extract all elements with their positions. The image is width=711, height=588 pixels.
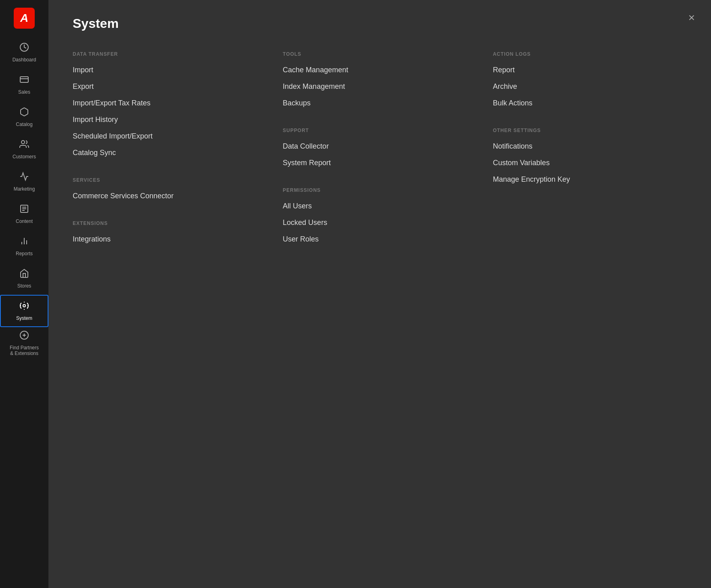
section-heading-data-transfer: DATA TRANSFER [73,51,266,57]
catalog-icon [19,107,29,119]
link-cache-management[interactable]: Cache Management [283,66,476,74]
column-1: DATA TRANSFER Import Export Import/Expor… [73,51,266,264]
link-notifications[interactable]: Notifications [493,142,687,151]
svg-point-11 [23,304,25,307]
sidebar-item-find-partners-label: Find Partners & Extensions [10,345,39,357]
page-title: System [73,16,687,31]
sidebar-item-stores-label: Stores [17,283,31,289]
stores-icon [19,269,29,281]
link-user-roles[interactable]: User Roles [283,235,476,244]
section-services: SERVICES Commerce Services Connector [73,177,266,200]
sales-icon [19,75,29,87]
section-action-logs: ACTION LOGS Report Archive Bulk Actions [493,51,687,107]
link-data-collector[interactable]: Data Collector [283,142,476,151]
section-extensions: EXTENSIONS Integrations [73,220,266,244]
svg-rect-1 [20,77,28,82]
sidebar-item-catalog-label: Catalog [16,122,32,127]
section-support: SUPPORT Data Collector System Report [283,128,476,167]
link-catalog-sync[interactable]: Catalog Sync [73,149,266,157]
sidebar-item-customers-label: Customers [13,154,36,160]
sidebar: A Dashboard Sales Catalog [0,0,48,588]
logo-letter: A [20,12,28,25]
link-import-history[interactable]: Import History [73,116,266,124]
sidebar-item-system-label: System [16,315,32,321]
sidebar-item-system[interactable]: System [0,295,48,327]
sidebar-item-content-label: Content [16,218,33,224]
section-heading-services: SERVICES [73,177,266,183]
sidebar-logo: A [0,0,48,36]
section-other-settings: OTHER SETTINGS Notifications Custom Vari… [493,128,687,184]
link-backups[interactable]: Backups [283,99,476,107]
sidebar-item-sales[interactable]: Sales [0,69,48,101]
sidebar-item-reports-label: Reports [16,251,33,256]
section-heading-action-logs: ACTION LOGS [493,51,687,57]
sidebar-item-find-partners[interactable]: Find Partners & Extensions [0,327,48,359]
section-tools: TOOLS Cache Management Index Management … [283,51,476,107]
link-integrations[interactable]: Integrations [73,235,266,244]
sidebar-item-sales-label: Sales [18,89,30,95]
link-all-users[interactable]: All Users [283,202,476,210]
link-import[interactable]: Import [73,66,266,74]
section-heading-other-settings: OTHER SETTINGS [493,128,687,133]
sidebar-item-reports[interactable]: Reports [0,230,48,262]
section-data-transfer: DATA TRANSFER Import Export Import/Expor… [73,51,266,157]
sidebar-item-dashboard[interactable]: Dashboard [0,36,48,69]
link-commerce-services-connector[interactable]: Commerce Services Connector [73,192,266,200]
column-3: ACTION LOGS Report Archive Bulk Actions … [493,51,687,264]
main-content: System × DATA TRANSFER Import Export Imp… [48,0,711,588]
close-button[interactable]: × [688,12,695,23]
marketing-icon [19,172,29,184]
customers-icon [19,139,29,151]
find-partners-icon [19,330,29,342]
column-2: TOOLS Cache Management Index Management … [283,51,476,264]
sidebar-item-customers[interactable]: Customers [0,133,48,166]
reports-icon [19,236,29,248]
sidebar-item-catalog[interactable]: Catalog [0,101,48,133]
svg-point-3 [21,141,25,144]
link-export[interactable]: Export [73,82,266,91]
content-icon [19,204,29,216]
section-permissions: PERMISSIONS All Users Locked Users User … [283,187,476,244]
system-icon [19,301,29,313]
link-scheduled-import-export[interactable]: Scheduled Import/Export [73,132,266,141]
sidebar-item-content[interactable]: Content [0,198,48,230]
link-bulk-actions[interactable]: Bulk Actions [493,99,687,107]
sidebar-item-stores[interactable]: Stores [0,262,48,295]
link-locked-users[interactable]: Locked Users [283,218,476,227]
link-system-report[interactable]: System Report [283,159,476,167]
link-import-export-tax-rates[interactable]: Import/Export Tax Rates [73,99,266,107]
link-index-management[interactable]: Index Management [283,82,476,91]
sidebar-item-marketing[interactable]: Marketing [0,166,48,198]
adobe-logo: A [14,8,35,29]
section-heading-support: SUPPORT [283,128,476,133]
sidebar-item-dashboard-label: Dashboard [13,57,36,63]
menu-grid: DATA TRANSFER Import Export Import/Expor… [73,51,687,264]
link-custom-variables[interactable]: Custom Variables [493,159,687,167]
section-heading-permissions: PERMISSIONS [283,187,476,193]
link-report[interactable]: Report [493,66,687,74]
section-heading-tools: TOOLS [283,51,476,57]
sidebar-item-marketing-label: Marketing [14,186,35,192]
section-heading-extensions: EXTENSIONS [73,220,266,226]
link-manage-encryption-key[interactable]: Manage Encryption Key [493,175,687,184]
dashboard-icon [19,42,29,55]
link-archive[interactable]: Archive [493,82,687,91]
